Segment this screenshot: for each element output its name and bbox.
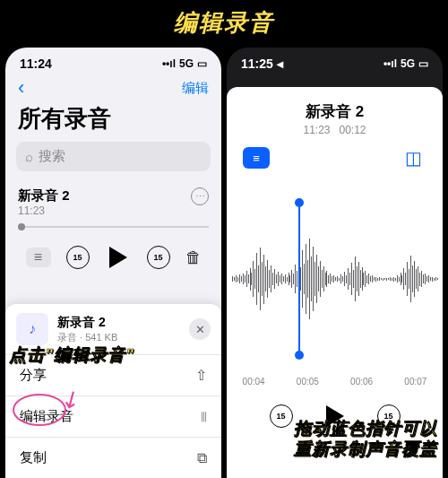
network-label: 5G	[179, 57, 194, 70]
sheet-label: 分享	[20, 367, 47, 384]
signal-icon: ••ıl	[162, 57, 176, 70]
status-time: 11:25 ◂	[241, 56, 283, 71]
waveform-icon: ⫴	[201, 409, 207, 425]
action-sheet: ♪ 新录音 2 录音 · 541 KB ✕ 分享 ⇧ 编辑录音 ⫴ 复制 ⧉	[5, 304, 221, 478]
settings-button[interactable]: ≡	[243, 147, 270, 169]
editor-header: 新录音 2 11:23 00:12	[227, 87, 443, 138]
sheet-label: 复制	[20, 449, 47, 466]
timeline: 00:04 00:05 00:06 00:07	[227, 373, 443, 390]
status-right: ••ıl 5G ▭	[162, 57, 207, 70]
editor-duration: 00:12	[340, 124, 366, 136]
editor-tools: ≡ ◫	[227, 138, 443, 178]
network-label: 5G	[401, 57, 415, 70]
search-input[interactable]: ⌕ 搜索	[16, 142, 211, 171]
sheet-row-edit[interactable]: 编辑录音 ⫴	[5, 395, 221, 437]
playhead[interactable]	[298, 203, 300, 355]
sheet-close-button[interactable]: ✕	[189, 318, 211, 340]
screen-title: 所有录音	[5, 101, 221, 142]
delete-button[interactable]: 🗑	[185, 248, 202, 267]
battery-icon: ▭	[418, 57, 428, 70]
playback-controls: ≡ 15 15 🗑	[5, 233, 221, 285]
eq-button[interactable]: ≡	[26, 248, 51, 267]
page-title: 编辑录音	[0, 0, 448, 48]
search-placeholder: 搜索	[39, 148, 65, 165]
skip-back-button[interactable]: 15	[66, 246, 90, 269]
phones-container: 11:24 ••ıl 5G ▭ ‹ 编辑 所有录音 ⌕ 搜索 新录音 2 11:…	[0, 48, 448, 478]
status-right: ••ıl 5G ▭	[383, 57, 428, 70]
share-icon: ⇧	[195, 367, 207, 384]
tick: 00:05	[297, 377, 319, 387]
more-button[interactable]: ⋯	[191, 187, 209, 205]
recording-item[interactable]: 新录音 2 11:23 ⋯	[5, 180, 221, 221]
tick: 00:04	[243, 377, 265, 387]
battery-icon: ▭	[197, 57, 207, 70]
play-button[interactable]	[105, 244, 132, 271]
scrubber[interactable]	[18, 226, 209, 228]
phone-left: 11:24 ••ıl 5G ▭ ‹ 编辑 所有录音 ⌕ 搜索 新录音 2 11:…	[5, 48, 221, 478]
sheet-file-title: 新录音 2	[57, 315, 180, 331]
phone-right: 11:25 ◂ ••ıl 5G ▭ 新录音 2 11:23 00:12 ≡ ◫ …	[227, 48, 443, 478]
status-bar: 11:24 ••ıl 5G ▭	[5, 48, 221, 74]
copy-icon: ⧉	[197, 450, 207, 466]
back-button[interactable]: ‹	[18, 76, 24, 100]
crop-button[interactable]: ◫	[400, 147, 426, 169]
signal-icon: ••ıl	[383, 57, 397, 70]
recording-time: 11:23	[18, 204, 70, 217]
waveform-area[interactable]	[227, 185, 443, 373]
edit-button[interactable]: 编辑	[182, 80, 209, 97]
tick: 00:06	[350, 377, 373, 387]
status-time: 11:24	[20, 56, 52, 71]
skip-back-button[interactable]: 15	[270, 404, 293, 428]
sheet-row-copy[interactable]: 复制 ⧉	[5, 437, 221, 478]
search-icon: ⌕	[25, 149, 33, 164]
skip-fwd-button[interactable]: 15	[147, 246, 170, 269]
play-icon	[109, 247, 127, 268]
nav-bar: ‹ 编辑	[5, 74, 221, 101]
tick: 00:07	[404, 377, 426, 387]
sheet-file-sub: 录音 · 541 KB	[57, 331, 180, 344]
recording-title: 新录音 2	[18, 187, 70, 204]
callout-right: 拖动蓝色指针可以 重新录制声音覆盖	[294, 418, 437, 461]
callout-left: 点击"编辑录音"	[9, 344, 134, 366]
sheet-label: 编辑录音	[20, 408, 73, 425]
status-bar: 11:25 ◂ ••ıl 5G ▭	[227, 48, 443, 74]
editor-time: 11:23	[303, 124, 330, 136]
file-icon: ♪	[16, 313, 48, 345]
waveform	[227, 230, 443, 328]
editor-title: 新录音 2	[227, 101, 443, 122]
